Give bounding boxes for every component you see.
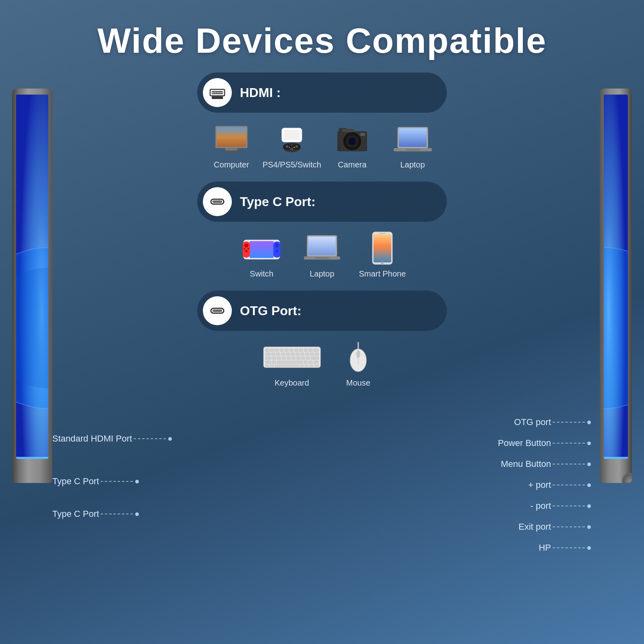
- left-monitor-body: [12, 89, 52, 483]
- power-button-label: Power Button: [498, 438, 551, 448]
- hp-port-label: HP: [539, 543, 551, 553]
- svg-rect-93: [265, 357, 271, 360]
- svg-point-58: [276, 250, 278, 252]
- svg-point-57: [275, 244, 279, 248]
- svg-rect-99: [296, 357, 300, 360]
- switch-device: Switch: [235, 230, 288, 279]
- minus-dashed-line: [553, 506, 585, 506]
- svg-rect-102: [311, 357, 319, 360]
- svg-point-2: [16, 268, 48, 388]
- typec2-dashed-line: [101, 514, 133, 514]
- right-annotations: OTG port Power Button Menu Button + port…: [498, 417, 592, 564]
- svg-rect-73: [275, 349, 279, 352]
- svg-point-66: [381, 262, 384, 264]
- typec-devices: Switch Laptop: [197, 230, 447, 279]
- otg-icon-circle: [203, 296, 232, 325]
- svg-rect-98: [291, 357, 295, 360]
- svg-rect-61: [308, 237, 336, 255]
- svg-rect-81: [314, 349, 319, 352]
- camera-icon-box: [330, 121, 374, 157]
- center-panel: HDMI :: [197, 72, 447, 400]
- smartphone-icon: [370, 231, 394, 265]
- exit-port-annotation: Exit port: [498, 522, 592, 532]
- keyboard-icon-box: [262, 339, 322, 375]
- svg-rect-21: [284, 130, 300, 140]
- computer-icon-box: [209, 121, 254, 157]
- svg-rect-112: [300, 365, 304, 367]
- otg-devices: Keyboard Mouse: [197, 339, 447, 388]
- computer-icon: [213, 124, 250, 154]
- plus-port-label: + port: [528, 480, 551, 490]
- svg-point-25: [295, 145, 298, 148]
- laptop-typec-label: Laptop: [310, 269, 334, 279]
- knob: [622, 473, 632, 483]
- svg-point-54: [244, 248, 245, 250]
- svg-point-27: [289, 147, 290, 148]
- laptop-typec-icon: [304, 233, 340, 263]
- menu-dashed-line: [553, 464, 585, 464]
- svg-rect-77: [294, 349, 298, 352]
- typec2-dot: [135, 512, 139, 516]
- laptop-device: Laptop: [386, 121, 439, 169]
- smartphone-device: Smart Phone: [356, 230, 409, 279]
- hdmi-port-label: Standard HDMI Port: [52, 433, 132, 444]
- hdmi-icon-circle: [203, 78, 232, 107]
- smartphone-icon-box: [360, 230, 405, 266]
- laptop-hdmi-label: Laptop: [400, 160, 425, 169]
- camera-label: Camera: [338, 160, 366, 169]
- svg-rect-92: [315, 353, 319, 356]
- exit-port-label: Exit port: [518, 522, 551, 532]
- svg-rect-87: [291, 353, 295, 356]
- svg-rect-75: [285, 349, 289, 352]
- svg-rect-101: [306, 357, 310, 360]
- svg-rect-40: [342, 129, 354, 132]
- hdmi-dashed-line: [134, 438, 166, 439]
- mouse-icon-box: [336, 339, 380, 375]
- ps4-device: PS4/PS5/Switch: [266, 121, 318, 169]
- svg-rect-19: [221, 151, 242, 152]
- power-dashed-line: [553, 443, 585, 444]
- plus-port-annotation: + port: [498, 480, 592, 490]
- power-button-annotation: Power Button: [498, 438, 592, 448]
- svg-rect-79: [304, 349, 308, 352]
- svg-rect-63: [315, 257, 329, 259]
- svg-rect-107: [309, 361, 313, 364]
- typec1-dashed-line: [101, 481, 133, 482]
- hp-dot: [587, 546, 591, 550]
- menu-button-label: Menu Button: [501, 459, 551, 469]
- svg-point-52: [244, 244, 248, 248]
- svg-rect-82: [265, 353, 270, 356]
- otg-port-row: OTG Port:: [197, 291, 447, 331]
- svg-rect-83: [271, 353, 275, 356]
- menu-dot: [587, 462, 591, 466]
- otg-dot: [587, 421, 591, 424]
- ps4-label: PS4/PS5/Switch: [262, 160, 321, 169]
- svg-rect-88: [295, 353, 299, 356]
- typec1-dot: [135, 480, 139, 483]
- hdmi-label: HDMI :: [240, 85, 281, 100]
- laptop-icon: [394, 124, 432, 154]
- svg-rect-106: [304, 361, 308, 364]
- otg-port-label: OTG port: [514, 417, 551, 427]
- svg-rect-110: [270, 365, 274, 367]
- hdmi-icon: [208, 84, 226, 101]
- switch-icon: [242, 232, 282, 264]
- otg-port-annotation: OTG port: [498, 417, 592, 427]
- svg-rect-59: [250, 242, 273, 257]
- svg-point-24: [286, 145, 288, 148]
- hdmi-dot: [168, 437, 172, 441]
- svg-rect-74: [280, 349, 284, 352]
- typec-label: Type C Port:: [240, 194, 316, 209]
- plus-dashed-line: [553, 485, 585, 485]
- svg-rect-69: [213, 310, 222, 312]
- svg-point-55: [248, 248, 249, 250]
- svg-rect-86: [286, 353, 290, 356]
- typec-port-row: Type C Port:: [197, 182, 447, 222]
- svg-rect-96: [282, 357, 286, 360]
- svg-rect-104: [272, 361, 276, 364]
- svg-rect-100: [301, 357, 305, 360]
- svg-point-53: [245, 250, 248, 252]
- laptop-icon-box: [390, 121, 435, 157]
- otg-label: OTG Port:: [240, 303, 301, 318]
- svg-rect-111: [275, 365, 299, 367]
